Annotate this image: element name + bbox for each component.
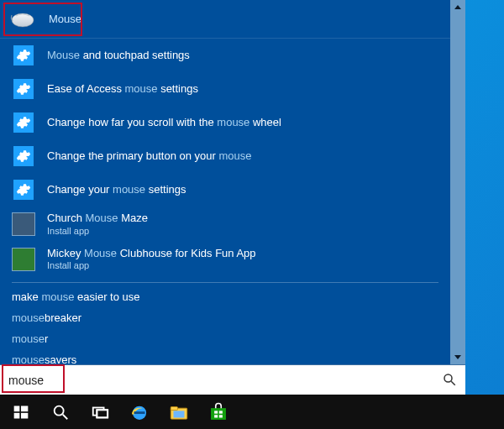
file-explorer-button[interactable]: [160, 395, 198, 429]
search-icon[interactable]: [442, 372, 459, 389]
app-result[interactable]: Mickey Mouse Clubhouse for Kids Fun AppI…: [0, 242, 450, 277]
search-input[interactable]: [8, 374, 442, 387]
svg-rect-15: [171, 406, 177, 410]
scrollbar-track[interactable]: [450, 15, 465, 349]
gear-icon: [12, 144, 35, 168]
divider: [12, 282, 438, 283]
svg-rect-13: [134, 411, 145, 414]
settings-result-label: Change your mouse settings: [47, 183, 186, 196]
app-result-subtext: Install app: [47, 226, 148, 237]
svg-rect-16: [174, 411, 185, 417]
taskbar: [0, 395, 504, 429]
svg-rect-21: [219, 415, 223, 417]
app-result[interactable]: Church Mouse MazeInstall app: [0, 207, 450, 242]
svg-rect-19: [219, 411, 223, 413]
taskbar-search-button[interactable]: [41, 395, 80, 429]
start-button[interactable]: [2, 395, 40, 429]
app-icon: [12, 248, 35, 271]
best-match-row[interactable]: Mouse: [0, 0, 450, 39]
gear-icon: [12, 77, 35, 101]
svg-rect-3: [14, 405, 20, 411]
svg-point-7: [55, 405, 64, 415]
scroll-down-icon[interactable]: [450, 349, 465, 364]
svg-rect-18: [214, 411, 218, 413]
app-result-subtext: Install app: [47, 260, 256, 271]
search-suggestion[interactable]: make mouse easier to use: [0, 286, 450, 307]
app-result-label: Mickey Mouse Clubhouse for Kids Fun AppI…: [47, 247, 256, 272]
scroll-up-icon[interactable]: [450, 0, 465, 15]
settings-result[interactable]: Ease of Access mouse settings: [0, 72, 450, 106]
settings-result[interactable]: Change the primary button on your mouse: [0, 139, 450, 173]
gear-icon: [12, 111, 35, 134]
svg-point-0: [12, 13, 34, 27]
mouse-icon: [5, 10, 39, 29]
search-suggestion[interactable]: mousebreaker: [0, 307, 450, 328]
scrollbar[interactable]: [450, 0, 465, 364]
svg-rect-17: [211, 408, 226, 420]
svg-rect-4: [21, 405, 28, 411]
settings-result-label: Change how far you scroll with the mouse…: [47, 116, 281, 129]
search-results-panel: Mouse Mouse and touchpad settingsEase of…: [0, 0, 465, 395]
internet-explorer-button[interactable]: [120, 395, 159, 429]
store-button[interactable]: [199, 395, 238, 429]
svg-rect-5: [14, 412, 20, 418]
settings-result[interactable]: Change how far you scroll with the mouse…: [0, 106, 450, 139]
settings-result[interactable]: Mouse and touchpad settings: [0, 39, 450, 72]
search-bar: [0, 364, 465, 395]
task-view-button[interactable]: [81, 395, 119, 429]
settings-result-label: Ease of Access mouse settings: [47, 82, 198, 96]
app-icon: [12, 212, 35, 236]
svg-rect-6: [21, 412, 28, 418]
best-match-label: Mouse: [49, 13, 81, 25]
app-result-label: Church Mouse MazeInstall app: [47, 212, 148, 237]
svg-rect-20: [214, 415, 218, 417]
svg-point-1: [444, 374, 452, 382]
gear-icon: [12, 44, 35, 67]
svg-line-2: [451, 381, 455, 385]
results-scroll-area: Mouse Mouse and touchpad settingsEase of…: [0, 0, 465, 364]
results-column: Mouse Mouse and touchpad settingsEase of…: [0, 0, 450, 364]
settings-result-label: Mouse and touchpad settings: [47, 49, 190, 62]
settings-result-label: Change the primary button on your mouse: [47, 149, 252, 163]
search-suggestion[interactable]: mousesavers: [0, 349, 450, 364]
svg-rect-10: [97, 410, 108, 417]
svg-line-8: [63, 414, 68, 419]
gear-icon: [12, 178, 35, 201]
settings-result[interactable]: Change your mouse settings: [0, 173, 450, 207]
search-suggestion[interactable]: mouser: [0, 328, 450, 349]
